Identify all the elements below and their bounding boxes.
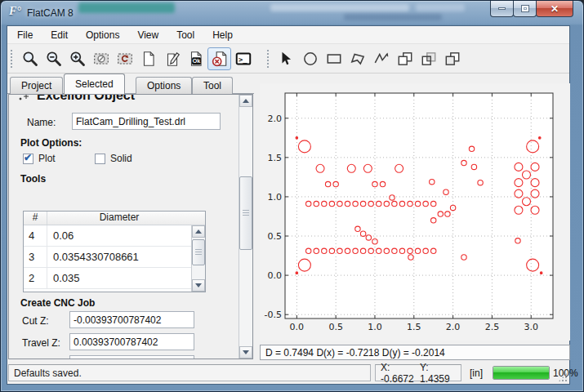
close-icon: ✕ <box>551 3 559 15</box>
units-label: [in] <box>470 368 483 379</box>
plot-checkbox-row: Plot <box>23 153 56 164</box>
svg-text:1.0: 1.0 <box>368 322 382 332</box>
svg-text:1.0: 1.0 <box>268 192 283 203</box>
restore-icon <box>521 5 529 12</box>
scroll-up-button[interactable] <box>192 225 205 238</box>
plot-options-label: Plot Options: <box>20 137 82 149</box>
object-title: Excellon Object <box>37 95 135 103</box>
delete-object-button[interactable] <box>207 47 231 70</box>
col-header-num[interactable]: # <box>24 212 47 225</box>
scroll-down-button[interactable] <box>192 279 205 292</box>
progress-bar <box>493 366 550 380</box>
draw-rectangle-button[interactable] <box>322 47 345 70</box>
menu-tool[interactable]: Tool <box>168 27 203 43</box>
table-row[interactable]: 3 0.0354330708661 <box>24 247 191 268</box>
select-tool-button[interactable] <box>274 47 298 70</box>
svg-text:0.5: 0.5 <box>268 231 283 242</box>
travelz-label: Travel Z: <box>22 337 60 349</box>
toolbar: Ok >_ <box>7 44 569 74</box>
thumb-grip <box>243 210 249 216</box>
tools-label: Tools <box>20 173 46 185</box>
table-scrollbar[interactable] <box>191 225 205 292</box>
shell-button[interactable]: >_ <box>231 47 255 70</box>
delete-file-icon <box>211 50 229 68</box>
new-project-button[interactable] <box>136 47 160 70</box>
zoom-fit-button[interactable] <box>18 47 42 70</box>
titlebar[interactable]: F° FlatCAM 8 ✕ <box>1 1 584 25</box>
glass-reflection <box>78 2 175 13</box>
edit-object-button[interactable] <box>160 47 184 70</box>
ok-button[interactable]: Ok <box>184 47 207 70</box>
travelz-input[interactable]: 0.00393700787402 <box>69 333 194 350</box>
page-pencil-icon <box>163 50 181 68</box>
zoom-in-button[interactable] <box>65 47 89 70</box>
feedrate-input[interactable]: 0.11811023622 <box>69 355 194 359</box>
draw-path-button[interactable] <box>369 47 393 70</box>
tab-options[interactable]: Options <box>136 77 192 94</box>
table-row[interactable]: 4 0.06 <box>24 225 191 247</box>
tab-selected[interactable]: Selected <box>64 74 125 94</box>
plot-canvas[interactable]: 0.00.51.01.52.02.53.0-0.50.00.51.01.52.0 <box>260 83 570 341</box>
restore-button[interactable] <box>513 1 537 17</box>
circle-shape-icon <box>301 50 319 68</box>
triangle-up-icon <box>195 229 202 234</box>
zoom-in-icon <box>69 50 87 68</box>
coord-x: X: -0.6672 <box>381 362 420 385</box>
cnc-job-label: Create CNC Job <box>20 297 95 309</box>
svg-text:0.0: 0.0 <box>268 270 283 281</box>
clear-plot-icon <box>92 50 110 68</box>
union-button[interactable] <box>393 47 417 70</box>
tab-tool[interactable]: Tool <box>192 77 233 94</box>
toolbar-drag-handle[interactable] <box>266 49 270 69</box>
solid-checkbox[interactable] <box>95 154 105 164</box>
plot-checkbox[interactable] <box>23 154 33 164</box>
draw-circle-button[interactable] <box>298 47 322 70</box>
draw-polygon-button[interactable] <box>345 47 369 70</box>
client-area: File Edit Options View Tool Help Ok >_ <box>7 25 570 385</box>
panel-scrollbar[interactable] <box>239 95 252 359</box>
statusbar: Defaults saved. X: -0.6672 Y: 1.4359 [in… <box>7 362 569 384</box>
glass-reflection <box>344 14 442 20</box>
scroll-thumb[interactable] <box>192 239 205 265</box>
intersection-button[interactable] <box>417 47 440 70</box>
close-button[interactable]: ✕ <box>536 1 573 17</box>
name-label: Name: <box>27 117 56 128</box>
rectangle-shape-icon <box>325 50 343 68</box>
menu-help[interactable]: Help <box>204 27 241 43</box>
measurement-bar: D = 0.7494 D(x) = -0.7218 D(y) = -0.2014 <box>260 345 570 360</box>
polyline-icon <box>372 50 390 68</box>
zoom-out-button[interactable] <box>42 47 65 70</box>
scroll-down-button[interactable] <box>239 346 252 359</box>
scroll-thumb[interactable] <box>239 176 252 250</box>
table-row[interactable]: 2 0.035 <box>24 268 191 289</box>
subtract-icon <box>444 50 461 68</box>
new-file-icon <box>140 50 158 68</box>
zoom-out-icon <box>45 50 63 68</box>
menu-view[interactable]: View <box>129 27 167 43</box>
scroll-up-button[interactable] <box>239 95 252 107</box>
svg-text:0.0: 0.0 <box>290 322 305 332</box>
cutz-label: Cut Z: <box>22 315 49 327</box>
replot-icon <box>116 50 134 68</box>
clear-plot-button[interactable] <box>89 47 113 70</box>
menu-options[interactable]: Options <box>78 27 127 43</box>
tab-project[interactable]: Project <box>10 77 63 94</box>
name-input[interactable]: FlatCam_Drilling_Test.drl <box>72 113 221 130</box>
progress-fill <box>493 367 549 379</box>
menu-file[interactable]: File <box>9 27 41 43</box>
col-header-diameter[interactable]: Diameter <box>47 212 191 225</box>
selected-panel: Excellon Object Name: FlatCam_Drilling_T… <box>8 94 253 359</box>
coordinates-box: X: -0.6672 Y: 1.4359 <box>375 364 461 381</box>
triangle-down-icon <box>195 283 202 287</box>
object-heading: Excellon Object <box>17 95 230 107</box>
toolbar-drag-handle[interactable] <box>10 49 14 69</box>
tools-table: # Diameter 4 0.06 3 0.0354330708661 <box>23 211 206 292</box>
tools-table-header: # Diameter <box>24 212 205 225</box>
cursor-arrow-icon <box>278 50 296 68</box>
menu-edit[interactable]: Edit <box>42 27 76 43</box>
cutz-input[interactable]: -0.00393700787402 <box>69 311 194 328</box>
svg-text:2.5: 2.5 <box>485 322 500 332</box>
minimize-button[interactable] <box>490 1 514 17</box>
replot-button[interactable] <box>113 47 136 70</box>
subtract-button[interactable] <box>440 47 464 70</box>
